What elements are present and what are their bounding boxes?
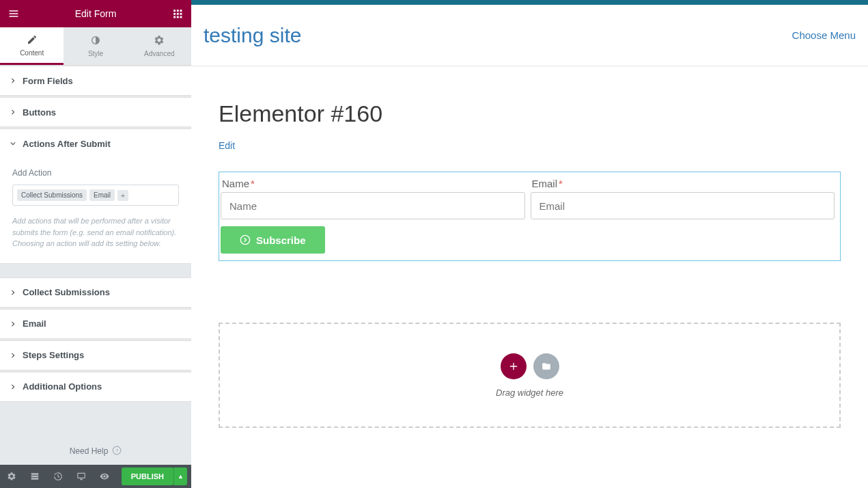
svg-rect-5 [180,13,182,15]
add-section-button[interactable] [501,353,527,379]
tab-content-label: Content [20,49,44,57]
section-actions-after-submit: Actions After Submit Add Action Collect … [0,128,191,264]
add-action-button[interactable]: + [117,190,128,201]
chevron-right-icon [10,321,16,327]
email-label-text: Email [532,178,558,189]
svg-rect-0 [173,10,176,12]
name-label-text: Name [222,178,249,189]
section-additional-options: Additional Options [0,372,191,402]
form-widget[interactable]: Name* Email* Subscribe [219,172,841,261]
chevron-right-icon [10,384,16,390]
preview-canvas: testing site Choose Menu Elementor #160 … [191,0,868,488]
hamburger-menu-button[interactable] [0,0,27,27]
chevron-right-icon [10,78,16,83]
chevron-right-icon [10,290,16,295]
section-actions-head[interactable]: Actions After Submit [0,129,191,158]
page-title: Elementor #160 [219,100,841,127]
section-collect-submissions-head[interactable]: Collect Submissions [0,278,191,307]
history-button[interactable] [46,465,70,488]
site-header: testing site Choose Menu [191,5,868,66]
panel-tabs: Content Style Advanced [0,27,191,66]
tab-content[interactable]: Content [0,27,64,65]
tab-advanced[interactable]: Advanced [128,27,191,65]
section-buttons-head[interactable]: Buttons [0,98,191,126]
panel-footer: PUBLISH ▲ [0,465,191,488]
help-icon: ? [112,446,122,457]
widget-dropzone[interactable]: Drag widget here [219,323,841,428]
section-form-fields-head[interactable]: Form Fields [0,66,191,95]
svg-rect-4 [177,13,179,15]
section-steps-head[interactable]: Steps Settings [0,341,191,370]
name-field-label: Name* [221,178,525,189]
tab-style-label: Style [88,50,103,57]
pencil-icon [27,34,38,49]
publish-button[interactable]: PUBLISH [122,467,173,485]
svg-point-13 [240,235,249,244]
site-title[interactable]: testing site [204,24,301,47]
svg-rect-12 [78,473,85,478]
publish-options-button[interactable]: ▲ [173,467,187,485]
section-buttons-title: Buttons [23,107,56,118]
section-form-fields: Form Fields [0,66,191,96]
chevron-right-icon [10,353,16,358]
svg-rect-2 [180,10,182,12]
name-input[interactable] [221,192,525,219]
chevron-right-icon [10,109,16,115]
section-additional-title: Additional Options [23,381,102,392]
section-actions-title: Actions After Submit [23,139,111,149]
subscribe-label: Subscribe [256,234,306,246]
section-email: Email [0,309,191,339]
settings-button[interactable] [0,465,23,488]
svg-rect-7 [177,16,179,18]
page-content: Elementor #160 Edit Name* Email* [191,66,868,462]
apps-grid-button[interactable] [164,0,191,27]
arrow-right-circle-icon [240,234,251,245]
section-email-title: Email [23,318,46,329]
subscribe-button[interactable]: Subscribe [221,226,325,254]
dropzone-text: Drag widget here [496,388,563,398]
email-field-label: Email* [531,178,835,189]
section-additional-head[interactable]: Additional Options [0,372,191,401]
add-action-label: Add Action [12,168,179,178]
gear-icon [154,35,165,50]
choose-menu-link[interactable]: Choose Menu [792,29,856,41]
svg-rect-6 [173,16,176,18]
required-mark: * [251,178,255,189]
svg-rect-1 [177,10,179,12]
svg-rect-3 [173,13,176,15]
panel-title: Edit Form [27,8,164,19]
section-buttons: Buttons [0,97,191,127]
section-steps-title: Steps Settings [23,350,84,360]
need-help-link[interactable]: Need Help ? [0,437,191,465]
tab-advanced-label: Advanced [144,50,174,57]
responsive-button[interactable] [70,465,93,488]
preview-button[interactable] [93,465,116,488]
template-library-button[interactable] [533,353,559,379]
section-collect-submissions-title: Collect Submissions [23,287,110,297]
section-email-head[interactable]: Email [0,310,191,338]
actions-tag-input[interactable]: Collect Submissions Email + [12,185,179,206]
actions-helper-text: Add actions that will be performed after… [12,215,179,249]
section-actions-body: Add Action Collect Submissions Email + A… [0,158,191,263]
section-steps-settings: Steps Settings [0,340,191,370]
tag-email[interactable]: Email [89,189,115,201]
section-form-fields-title: Form Fields [23,76,73,86]
tab-style[interactable]: Style [64,27,127,65]
svg-rect-8 [180,16,182,18]
required-mark: * [559,178,563,189]
chevron-down-icon [10,141,16,146]
tag-collect-submissions[interactable]: Collect Submissions [17,189,87,201]
edit-link[interactable]: Edit [219,140,235,151]
navigator-button[interactable] [23,465,46,488]
svg-text:?: ? [115,447,118,453]
need-help-label: Need Help [70,446,109,456]
publish-label: PUBLISH [131,472,164,480]
editor-panel: Edit Form Content Style Advanced Form [0,0,191,488]
panel-header: Edit Form [0,0,191,27]
section-collect-submissions: Collect Submissions [0,277,191,308]
half-circle-icon [90,35,101,50]
panel-sections: Form Fields Buttons Actions After Submit… [0,66,191,437]
email-input[interactable] [531,192,835,219]
